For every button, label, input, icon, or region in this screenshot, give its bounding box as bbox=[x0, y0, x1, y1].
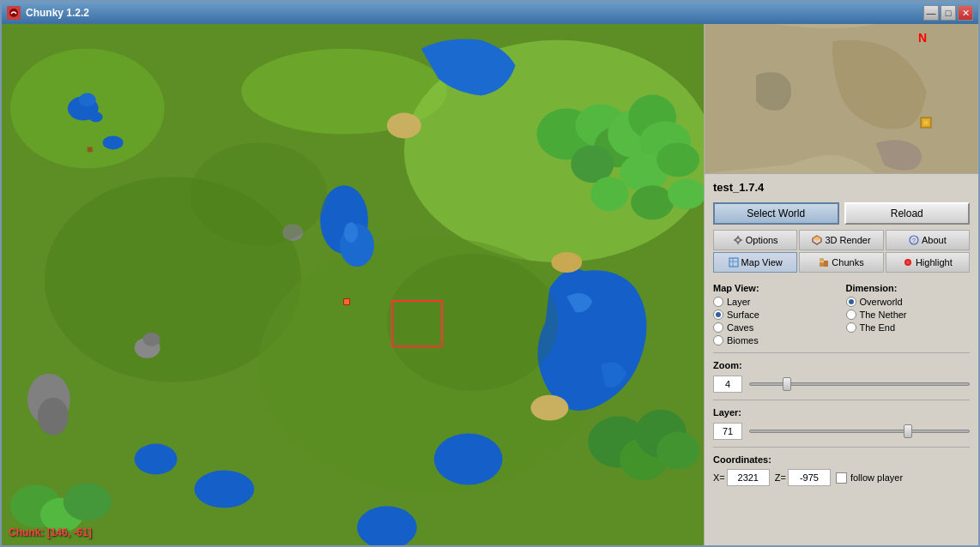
radio-nether[interactable]: The Nether bbox=[846, 310, 971, 320]
svg-point-8 bbox=[79, 93, 96, 107]
svg-rect-53 bbox=[924, 121, 928, 124]
radio-biomes[interactable]: Biomes bbox=[713, 335, 838, 346]
map-area[interactable]: Chunk: [146, -61] bbox=[2, 24, 704, 545]
x-input[interactable]: 2321 bbox=[727, 469, 770, 486]
layer-control: 71 bbox=[713, 423, 970, 440]
follow-player-control[interactable]: follow player bbox=[836, 472, 903, 484]
map-view-col: Map View: Layer Surface bbox=[713, 283, 838, 346]
radio-caves[interactable]: Caves bbox=[713, 322, 838, 333]
window-controls: — □ ✕ bbox=[923, 5, 973, 21]
main-content: Chunk: [146, -61] N bbox=[2, 24, 978, 545]
svg-point-16 bbox=[434, 434, 503, 485]
panel-content: Map View: Layer Surface bbox=[705, 278, 978, 545]
divider-2 bbox=[713, 400, 970, 400]
maximize-button[interactable]: □ bbox=[941, 5, 956, 21]
dimension-col: Dimension: Overworld The Nether bbox=[846, 283, 971, 346]
tab-highlight[interactable]: Highlight bbox=[886, 252, 970, 273]
select-world-button[interactable]: Select World bbox=[713, 202, 839, 225]
chunks-icon bbox=[819, 257, 829, 267]
action-buttons: Select World Reload bbox=[705, 202, 978, 230]
z-input[interactable]: -975 bbox=[788, 469, 831, 486]
svg-point-42 bbox=[387, 112, 421, 138]
layer-slider[interactable] bbox=[749, 430, 970, 433]
layer-section: Layer: bbox=[713, 407, 970, 418]
svg-point-11 bbox=[135, 444, 178, 475]
radio-layer[interactable]: Layer bbox=[713, 297, 838, 307]
svg-point-0 bbox=[9, 9, 18, 17]
mini-map-player-icon bbox=[920, 117, 932, 131]
svg-text:?: ? bbox=[912, 237, 916, 243]
layer-thumb[interactable] bbox=[904, 424, 912, 438]
svg-rect-63 bbox=[729, 258, 738, 267]
zoom-slider[interactable] bbox=[749, 382, 970, 386]
gear-icon bbox=[733, 235, 743, 245]
x-coord-field: X= 2321 bbox=[713, 469, 770, 486]
tab-3drender[interactable]: 3D Render bbox=[799, 230, 883, 250]
radio-biomes-circle[interactable] bbox=[713, 335, 723, 346]
svg-rect-66 bbox=[820, 262, 824, 267]
svg-point-32 bbox=[590, 177, 628, 211]
svg-point-38 bbox=[656, 432, 699, 470]
z-coord-field: Z= -975 bbox=[775, 469, 831, 486]
svg-point-10 bbox=[103, 135, 124, 149]
radio-end[interactable]: The End bbox=[846, 322, 971, 333]
svg-point-46 bbox=[387, 254, 559, 391]
svg-marker-60 bbox=[813, 236, 821, 241]
svg-point-9 bbox=[89, 111, 103, 122]
x-label: X= bbox=[713, 472, 725, 483]
layer-value[interactable]: 71 bbox=[713, 423, 742, 440]
layer-label: Layer: bbox=[713, 407, 970, 418]
reload-button[interactable]: Reload bbox=[844, 202, 971, 225]
tab-options[interactable]: Options bbox=[713, 230, 797, 250]
app-icon bbox=[7, 6, 21, 20]
follow-player-checkbox[interactable] bbox=[836, 472, 847, 484]
world-info: test_1.7.4 bbox=[705, 174, 978, 202]
zoom-section: Zoom: bbox=[713, 360, 970, 370]
svg-point-41 bbox=[64, 483, 112, 520]
zoom-label: Zoom: bbox=[713, 360, 970, 370]
radio-layer-circle[interactable] bbox=[713, 297, 723, 307]
zoom-control: 4 bbox=[713, 376, 970, 393]
tab-mapview-label: Map View bbox=[741, 257, 783, 267]
tab-chunks[interactable]: Chunks bbox=[799, 252, 883, 273]
radio-end-circle[interactable] bbox=[846, 322, 856, 333]
svg-point-31 bbox=[656, 142, 699, 177]
radio-overworld[interactable]: Overworld bbox=[846, 297, 971, 307]
mapview-icon bbox=[729, 257, 739, 267]
close-button[interactable]: ✕ bbox=[958, 5, 973, 21]
dimension-title: Dimension: bbox=[846, 283, 971, 293]
tab-chunks-label: Chunks bbox=[832, 257, 863, 267]
title-bar: Chunky 1.2.2 — □ ✕ bbox=[2, 2, 978, 24]
mini-map-image bbox=[705, 24, 978, 173]
tab-mapview[interactable]: Map View bbox=[713, 252, 797, 273]
radio-surface-circle[interactable] bbox=[713, 310, 723, 320]
about-icon: ? bbox=[909, 235, 919, 245]
tab-options-label: Options bbox=[746, 235, 778, 245]
radio-surface[interactable]: Surface bbox=[713, 310, 838, 320]
world-name: test_1.7.4 bbox=[713, 181, 970, 194]
window-title: Chunky 1.2.2 bbox=[26, 7, 923, 19]
zoom-value[interactable]: 4 bbox=[713, 376, 742, 393]
radio-caves-circle[interactable] bbox=[713, 322, 723, 333]
tab-about-label: About bbox=[922, 235, 947, 245]
tab-about[interactable]: ? About bbox=[886, 230, 970, 250]
svg-rect-68 bbox=[820, 258, 824, 261]
top-tabs: Options 3D Render ? About bbox=[705, 230, 978, 250]
follow-player-label: follow player bbox=[850, 472, 903, 483]
svg-point-15 bbox=[344, 222, 358, 243]
north-indicator: N bbox=[918, 31, 927, 45]
z-label: Z= bbox=[775, 472, 786, 483]
svg-point-19 bbox=[38, 398, 69, 436]
chunk-coordinates: Chunk: [146, -61] bbox=[9, 526, 92, 538]
svg-point-34 bbox=[668, 178, 704, 209]
dimension-options: Overworld The Nether The End bbox=[846, 297, 971, 333]
svg-point-33 bbox=[631, 185, 674, 219]
radio-nether-circle[interactable] bbox=[846, 310, 856, 320]
radio-overworld-circle[interactable] bbox=[846, 297, 856, 307]
svg-point-54 bbox=[735, 238, 740, 243]
svg-rect-67 bbox=[824, 261, 828, 267]
highlight-icon bbox=[903, 257, 913, 267]
minimize-button[interactable]: — bbox=[923, 5, 939, 21]
svg-point-21 bbox=[143, 333, 160, 346]
zoom-thumb[interactable] bbox=[783, 377, 791, 391]
